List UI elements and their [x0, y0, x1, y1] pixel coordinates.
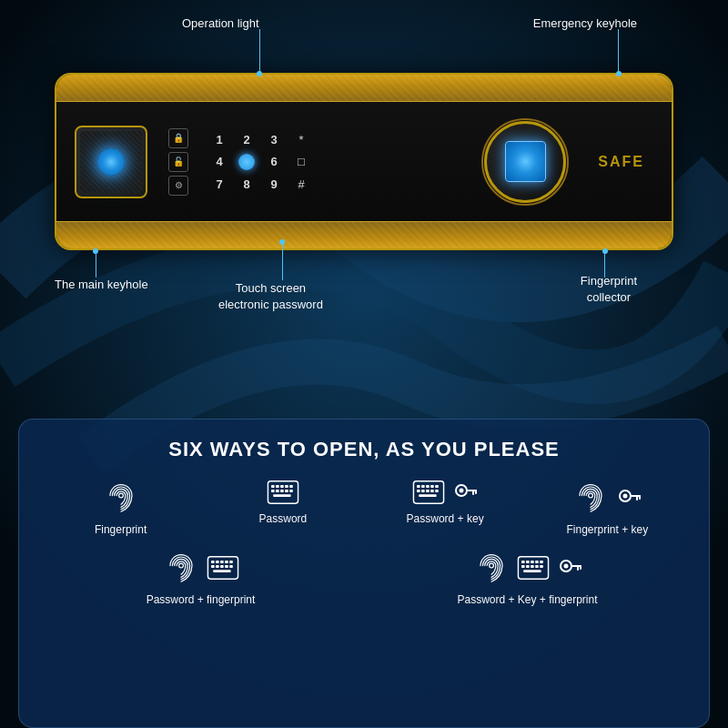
- svg-rect-41: [220, 561, 224, 563]
- svg-point-27: [460, 489, 464, 493]
- keypad-row-3: 7 8 9 #: [211, 177, 309, 191]
- method-fingerprint-key-icons: [572, 480, 642, 516]
- fingerprint-icon-3: [163, 550, 199, 586]
- key-icon-2: [616, 485, 642, 511]
- fingerprint-collector-hardware: [484, 121, 566, 203]
- dot-fingerprint: [602, 248, 608, 254]
- line-fingerprint: [604, 250, 605, 278]
- label-main-keyhole: The main keyhole: [55, 278, 148, 291]
- method-fingerprint-icons: [103, 480, 139, 516]
- label-fingerprint-collector: Fingerprint collector: [581, 273, 637, 306]
- svg-rect-59: [531, 565, 534, 568]
- svg-rect-19: [435, 485, 439, 488]
- method-fingerprint-label: Fingerprint: [95, 523, 147, 536]
- method-fingerprint: Fingerprint: [42, 480, 199, 536]
- key-6: 6: [266, 155, 282, 168]
- svg-rect-4: [276, 485, 279, 488]
- connector-dot-operation: [257, 71, 262, 76]
- svg-rect-54: [531, 561, 534, 563]
- fingerprint-icon-2: [572, 480, 609, 516]
- connector-line-emergency: [618, 29, 619, 73]
- icon-settings: ⚙: [168, 176, 188, 196]
- keypad-row-1: 1 2 3 *: [211, 133, 309, 147]
- svg-rect-55: [535, 561, 539, 563]
- safe-panel: 🔒 🔓 ⚙ 1 2 3 * 4 6 □: [55, 73, 673, 250]
- svg-rect-45: [216, 565, 219, 568]
- svg-point-1: [118, 493, 123, 498]
- svg-rect-49: [213, 570, 230, 572]
- line-touch-screen: [282, 241, 283, 280]
- key-hash: #: [293, 177, 309, 191]
- svg-rect-61: [540, 565, 543, 568]
- method-password: Password: [204, 480, 361, 536]
- method-fingerprint-key-label: Fingerprint + key: [567, 523, 649, 536]
- key-8: 8: [238, 177, 255, 191]
- connector-dot-emergency: [616, 71, 622, 76]
- svg-rect-7: [289, 485, 293, 488]
- gold-stripe-top: [56, 75, 672, 102]
- svg-rect-42: [225, 561, 228, 563]
- svg-point-31: [589, 493, 593, 498]
- key-3: 3: [266, 133, 282, 147]
- safe-interior: 🔒 🔓 ⚙ 1 2 3 * 4 6 □: [56, 102, 672, 221]
- keypad-icons: 🔒 🔓 ⚙: [168, 128, 188, 196]
- method-password-label: Password: [259, 512, 308, 525]
- line-main-keyhole: [96, 250, 96, 278]
- key-icon: [452, 480, 478, 505]
- svg-point-37: [178, 563, 183, 568]
- key-box: □: [293, 155, 309, 168]
- svg-rect-40: [216, 561, 219, 563]
- key-4: 4: [211, 155, 228, 168]
- svg-rect-23: [430, 490, 434, 492]
- fingerprint-icon-4: [473, 550, 510, 586]
- svg-rect-5: [280, 485, 284, 488]
- svg-rect-15: [417, 485, 420, 488]
- keyboard-icon-3: [207, 555, 239, 581]
- svg-rect-13: [273, 494, 290, 497]
- key-1: 1: [211, 133, 228, 147]
- six-ways-title: SIX WAYS TO OPEN, AS YOU PLEASE: [42, 438, 686, 461]
- method-pwd-key-fp-icons: [473, 550, 582, 586]
- svg-rect-44: [211, 565, 215, 568]
- method-fingerprint-key: Fingerprint + key: [529, 480, 686, 536]
- main-keyhole: [75, 126, 147, 198]
- svg-rect-11: [285, 490, 288, 492]
- gold-stripe-bottom: [56, 221, 672, 248]
- label-operation-light: Operation light: [182, 16, 259, 30]
- dot-touch-screen: [279, 239, 285, 245]
- icon-unlock: 🔓: [168, 152, 188, 172]
- icon-lock: 🔒: [168, 128, 188, 148]
- methods-grid-row1: Fingerprint Pa: [42, 480, 686, 536]
- svg-rect-52: [521, 561, 525, 563]
- keypad-row-2: 4 6 □: [211, 154, 309, 170]
- label-touch-screen: Touch screen electronic password: [218, 280, 323, 313]
- svg-rect-21: [421, 490, 425, 492]
- svg-point-64: [563, 564, 568, 569]
- svg-rect-17: [426, 485, 430, 488]
- svg-rect-18: [430, 485, 434, 488]
- key-9: 9: [266, 177, 282, 191]
- svg-rect-56: [540, 561, 543, 563]
- svg-rect-48: [229, 565, 233, 568]
- key-5-blue: [238, 154, 255, 170]
- svg-rect-39: [211, 561, 215, 563]
- svg-rect-53: [526, 561, 530, 563]
- keyhole-light: [97, 148, 125, 176]
- svg-rect-6: [285, 485, 288, 488]
- method-password-key-fingerprint: Password + Key + fingerprint: [369, 550, 686, 606]
- keypad: 1 2 3 * 4 6 □ 7 8 9 #: [211, 133, 309, 191]
- connector-line-operation: [259, 29, 260, 73]
- svg-rect-24: [435, 490, 439, 492]
- svg-rect-47: [225, 565, 228, 568]
- keyboard-icon-2: [412, 480, 445, 505]
- keyboard-icon-4: [517, 555, 550, 581]
- method-password-fingerprint: Password + fingerprint: [42, 550, 359, 606]
- svg-rect-25: [419, 494, 436, 497]
- fingerprint-icon: [103, 480, 139, 516]
- method-password-key: Password + key: [367, 480, 524, 536]
- svg-rect-8: [271, 490, 275, 492]
- method-pwd-fp-icons: [163, 550, 239, 586]
- svg-rect-12: [289, 490, 293, 492]
- method-pwd-fp-label: Password + fingerprint: [147, 593, 256, 606]
- svg-point-50: [489, 563, 493, 568]
